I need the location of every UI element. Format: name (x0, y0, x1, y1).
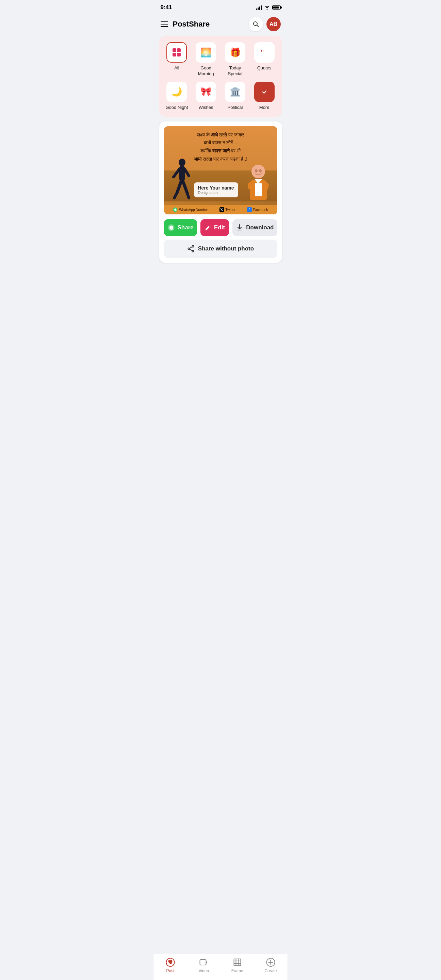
edit-label: Edit (214, 224, 225, 231)
category-more[interactable]: More (252, 82, 277, 111)
post-nav-icon (166, 958, 175, 967)
nav-create[interactable]: Create (260, 958, 281, 973)
nav-video-label: Video (199, 969, 209, 973)
category-more-icon (254, 82, 275, 102)
svg-point-18 (255, 169, 258, 172)
svg-line-10 (174, 169, 179, 177)
category-all-icon (166, 42, 187, 63)
twitter-social: 𝕏 Twitter (220, 207, 236, 212)
category-wishes-icon: 🎀 (196, 82, 216, 102)
frame-nav-icon (232, 958, 242, 967)
svg-point-28 (188, 248, 189, 250)
svg-point-26 (192, 246, 194, 247)
edit-button[interactable]: Edit (201, 219, 229, 236)
twitter-label: Twitter (226, 208, 236, 212)
category-quotes[interactable]: " Quotes (252, 42, 277, 77)
svg-text:f: f (248, 208, 250, 212)
download-icon (236, 224, 243, 231)
category-quotes-icon: " (254, 42, 275, 63)
svg-point-19 (259, 169, 262, 172)
svg-rect-4 (172, 53, 176, 56)
wifi-icon (264, 5, 270, 10)
download-label: Download (246, 224, 274, 231)
category-wishes-label: Wishes (199, 105, 213, 111)
bottom-spacer (154, 267, 288, 295)
svg-point-16 (252, 165, 265, 178)
nav-post[interactable]: Post (160, 958, 181, 973)
svg-rect-34 (234, 959, 240, 966)
whatsapp-social: WhatsApp Number (173, 207, 208, 212)
twitter-icon: 𝕏 (220, 207, 224, 212)
svg-point-7 (261, 89, 268, 95)
nav-post-label: Post (166, 969, 175, 973)
share-without-photo-label: Share without photo (198, 245, 254, 252)
content-card: लक्ष्य के आधे रास्ते पर जाकर कभी वापस न … (159, 121, 282, 263)
social-bar: WhatsApp Number 𝕏 Twitter f Facebook (164, 205, 277, 215)
category-all-label: All (174, 65, 179, 71)
search-button[interactable] (249, 17, 263, 31)
nav-frame-label: Frame (231, 969, 243, 973)
category-all[interactable]: All (164, 42, 190, 77)
svg-line-29 (189, 247, 192, 249)
svg-rect-2 (172, 48, 176, 52)
post-image: लक्ष्य के आधे रास्ते पर जाकर कभी वापस न … (164, 126, 277, 215)
post-hindi-text: लक्ष्य के आधे रास्ते पर जाकर कभी वापस न … (175, 131, 266, 163)
share-label: Share (178, 224, 194, 231)
svg-line-14 (174, 193, 177, 198)
download-button[interactable]: Download (232, 219, 277, 236)
category-good-morning-icon: 🌅 (196, 42, 216, 63)
status-icons (256, 5, 281, 10)
whatsapp-label: WhatsApp Number (179, 208, 208, 212)
share-button[interactable]: Share (164, 219, 197, 236)
category-good-night[interactable]: 🌙 Good Night (164, 82, 190, 111)
category-good-morning[interactable]: 🌅 Good Morning (193, 42, 219, 77)
name-card-designation: Designation (198, 191, 234, 195)
category-today-special[interactable]: 🎁 Today Special (222, 42, 248, 77)
svg-line-11 (185, 169, 189, 176)
facebook-icon: f (247, 207, 252, 212)
svg-line-15 (187, 193, 189, 198)
svg-line-1 (257, 25, 259, 27)
create-nav-icon (266, 958, 275, 967)
signal-icon (256, 5, 262, 10)
post-background: लक्ष्य के आधे रास्ते पर जाकर कभी वापस न … (164, 126, 277, 215)
category-good-morning-label: Good Morning (193, 65, 219, 77)
svg-rect-9 (179, 166, 185, 181)
name-card-name: Here Your name (198, 185, 234, 191)
battery-icon (272, 5, 281, 10)
share-without-photo-button[interactable]: Share without photo (164, 240, 277, 258)
svg-line-13 (183, 181, 187, 193)
status-time: 9:41 (161, 4, 172, 11)
avatar[interactable]: AB (266, 17, 281, 31)
category-more-label: More (259, 105, 269, 111)
nav-create-label: Create (264, 969, 277, 973)
whatsapp-share-icon (167, 224, 175, 231)
category-wishes[interactable]: 🎀 Wishes (193, 82, 219, 111)
categories-card: All 🌅 Good Morning 🎁 Today Special " Quo… (159, 36, 282, 117)
status-bar: 9:41 (154, 0, 288, 14)
menu-button[interactable] (161, 21, 168, 27)
svg-rect-3 (177, 48, 181, 52)
category-good-night-label: Good Night (166, 105, 188, 111)
video-nav-icon (199, 958, 209, 967)
business-avatar (245, 164, 272, 202)
category-today-special-label: Today Special (222, 65, 248, 77)
app-header: PostShare AB (154, 14, 288, 36)
category-today-special-icon: 🎁 (225, 42, 245, 63)
svg-text:": " (261, 48, 264, 57)
bottom-navigation: Post Video Frame (154, 954, 288, 980)
svg-text:𝕏: 𝕏 (220, 208, 223, 212)
category-good-night-icon: 🌙 (166, 82, 187, 102)
categories-grid: All 🌅 Good Morning 🎁 Today Special " Quo… (164, 42, 277, 111)
category-political-icon: 🏛️ (225, 82, 245, 102)
whatsapp-icon (173, 207, 178, 212)
category-quotes-label: Quotes (257, 65, 272, 71)
svg-marker-33 (206, 961, 208, 964)
facebook-label: Facebook (253, 208, 268, 212)
share-alt-icon (187, 245, 195, 253)
person-silhouette (170, 157, 194, 202)
nav-frame[interactable]: Frame (227, 958, 247, 973)
category-political[interactable]: 🏛️ Political (222, 82, 248, 111)
name-card: Here Your name Designation (194, 182, 238, 197)
nav-video[interactable]: Video (194, 958, 214, 973)
